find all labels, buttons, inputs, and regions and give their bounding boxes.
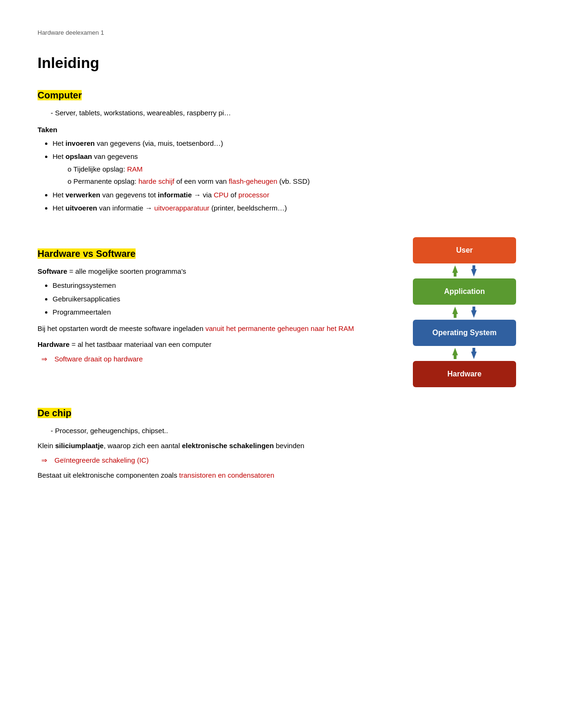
- computer-dash-list: Server, tablets, workstations, weareable…: [38, 108, 525, 119]
- main-title: Inleiding: [38, 52, 525, 74]
- svg-marker-10: [471, 352, 477, 359]
- section-title-hw-sw: Hardware vs Software: [38, 247, 385, 261]
- svg-marker-6: [471, 310, 477, 318]
- list-item-besturing: Besturingssystemen: [53, 280, 385, 291]
- svg-rect-5: [454, 313, 456, 318]
- diagram-os-block: Operating System: [413, 320, 516, 346]
- list-item-invoeren: Het invoeren van gegevens (via, muis, to…: [53, 138, 525, 149]
- svg-rect-7: [472, 307, 475, 311]
- list-item-programmeer: Programmeertalen: [53, 307, 385, 318]
- svg-marker-0: [452, 265, 458, 273]
- list-item-gebruiker: Gebruikersapplicaties: [53, 294, 385, 305]
- klein-silicium-text: Klein siliciumplaatje, waarop zich een a…: [38, 441, 525, 451]
- diagram-hardware-block: Hardware: [413, 361, 516, 387]
- sub-item-tijdelijk: Tijdelijke opslag: RAM: [68, 164, 525, 175]
- layer-diagram: User Application: [403, 237, 525, 387]
- arrow-app-os: [413, 305, 516, 320]
- list-item-verwerken: Het verwerken van gegevens tot informati…: [53, 190, 525, 201]
- section-de-chip: De chip Processor, geheugenchips, chipse…: [38, 406, 525, 481]
- section-title-computer: Computer: [38, 88, 525, 102]
- taken-label: Taken: [38, 125, 525, 135]
- hardware-def: Hardware = al het tastbaar materiaal van…: [38, 339, 385, 350]
- svg-rect-11: [472, 348, 475, 353]
- opslaan-sublist: Tijdelijke opslag: RAM Permanente opslag…: [53, 164, 525, 187]
- svg-marker-2: [471, 269, 477, 277]
- diagram-application-block: Application: [413, 278, 516, 305]
- section-title-chip: De chip: [38, 406, 525, 420]
- svg-rect-9: [454, 354, 456, 359]
- bestaat-text: Bestaat uit elektronische componenten zo…: [38, 470, 525, 481]
- software-list: Besturingssystemen Gebruikersapplicaties…: [38, 280, 385, 318]
- arrow-user-app: [413, 263, 516, 278]
- doc-header: Hardware deelexamen 1: [38, 28, 525, 38]
- sub-item-permanent: Permanente opslag: harde schijf of een v…: [68, 176, 525, 187]
- diagram-user-block: User: [413, 237, 516, 263]
- chip-dash-item: Processor, geheugenchips, chipset..: [51, 426, 525, 436]
- chip-dash-list: Processor, geheugenchips, chipset..: [38, 426, 525, 436]
- svg-rect-3: [472, 265, 475, 270]
- software-def: Software = alle mogelijke soorten progra…: [38, 266, 385, 277]
- geintegreerde-arrow: Geïntegreerde schakeling (IC): [38, 455, 525, 466]
- svg-marker-8: [452, 348, 458, 355]
- svg-marker-4: [452, 307, 458, 314]
- section-hardware-software: Hardware vs Software Software = alle mog…: [38, 233, 525, 387]
- svg-rect-1: [454, 272, 456, 277]
- arrow-os-hw: [413, 346, 516, 361]
- list-item-uitvoeren: Het uitvoeren van informatie → uitvoerap…: [53, 203, 525, 214]
- software-draait-arrow: Software draait op hardware: [38, 354, 385, 365]
- list-item-opslaan: Het opslaan van gegevens Tijdelijke opsl…: [53, 151, 525, 187]
- hardware-software-row: Hardware vs Software Software = alle mog…: [38, 233, 525, 387]
- section-computer: Computer Server, tablets, workstations, …: [38, 88, 525, 214]
- hardware-software-left: Hardware vs Software Software = alle mog…: [38, 233, 385, 368]
- dash-item-types: Server, tablets, workstations, weareable…: [51, 108, 525, 119]
- taken-list: Het invoeren van gegevens (via, muis, to…: [38, 138, 525, 214]
- boot-text: Bij het opstarten wordt de meeste softwa…: [38, 323, 385, 334]
